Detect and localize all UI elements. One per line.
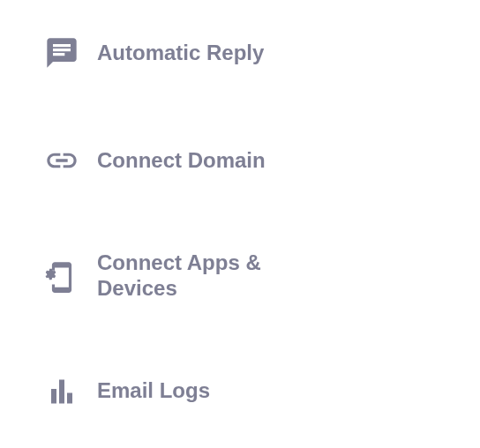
svg-rect-1	[59, 379, 64, 403]
svg-rect-0	[51, 389, 56, 404]
menu-item-label: Automatic Reply	[97, 41, 264, 66]
svg-rect-2	[67, 392, 72, 403]
phone-settings-icon	[44, 258, 79, 294]
bar-chart-icon	[44, 374, 79, 409]
link-icon	[44, 143, 79, 178]
chat-icon	[44, 35, 79, 71]
menu-item-label: Connect Apps & Devices	[97, 250, 344, 302]
menu-item-automatic-reply[interactable]: Automatic Reply	[44, 35, 480, 71]
menu-item-connect-domain[interactable]: Connect Domain	[44, 143, 480, 178]
menu-item-label: Email Logs	[97, 378, 210, 404]
menu-item-label: Connect Domain	[97, 148, 266, 174]
settings-menu: Automatic Reply Connect Domain Connect A…	[44, 35, 480, 409]
menu-item-connect-apps-devices[interactable]: Connect Apps & Devices	[44, 250, 480, 302]
menu-item-email-logs[interactable]: Email Logs	[44, 374, 480, 409]
